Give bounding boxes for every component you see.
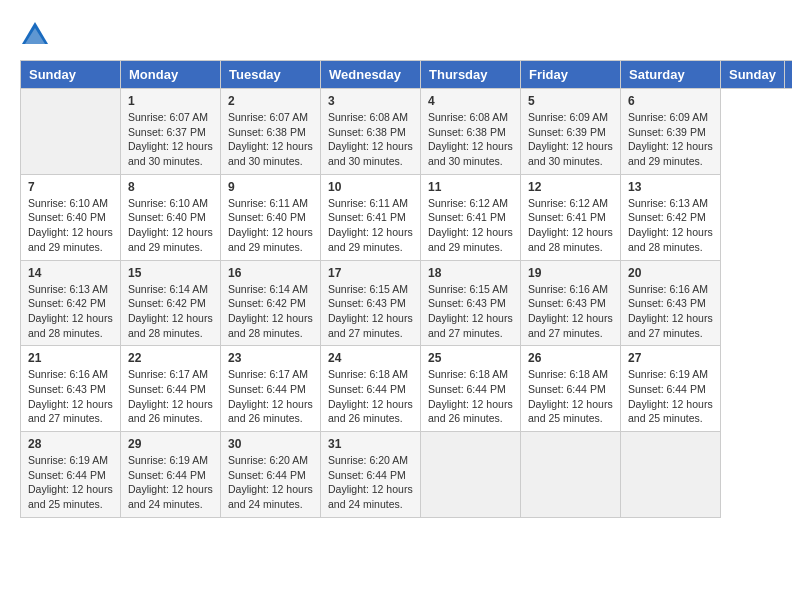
calendar-week-row: 1Sunrise: 6:07 AM Sunset: 6:37 PM Daylig… [21, 89, 793, 175]
day-info: Sunrise: 6:07 AM Sunset: 6:37 PM Dayligh… [128, 110, 213, 169]
day-header-thursday: Thursday [421, 61, 521, 89]
day-number: 4 [428, 94, 513, 108]
day-header-sunday: Sunday [21, 61, 121, 89]
day-info: Sunrise: 6:15 AM Sunset: 6:43 PM Dayligh… [428, 282, 513, 341]
calendar-week-row: 7Sunrise: 6:10 AM Sunset: 6:40 PM Daylig… [21, 174, 793, 260]
day-number: 21 [28, 351, 113, 365]
day-number: 23 [228, 351, 313, 365]
day-info: Sunrise: 6:20 AM Sunset: 6:44 PM Dayligh… [228, 453, 313, 512]
calendar-cell: 25Sunrise: 6:18 AM Sunset: 6:44 PM Dayli… [421, 346, 521, 432]
logo-icon [20, 20, 50, 50]
day-info: Sunrise: 6:11 AM Sunset: 6:41 PM Dayligh… [328, 196, 413, 255]
day-number: 10 [328, 180, 413, 194]
day-number: 17 [328, 266, 413, 280]
calendar-table: SundayMondayTuesdayWednesdayThursdayFrid… [20, 60, 792, 518]
day-header-monday: Monday [784, 61, 792, 89]
day-number: 13 [628, 180, 713, 194]
calendar-cell: 4Sunrise: 6:08 AM Sunset: 6:38 PM Daylig… [421, 89, 521, 175]
day-info: Sunrise: 6:13 AM Sunset: 6:42 PM Dayligh… [28, 282, 113, 341]
calendar-cell [521, 432, 621, 518]
day-number: 3 [328, 94, 413, 108]
day-number: 16 [228, 266, 313, 280]
day-number: 8 [128, 180, 213, 194]
day-number: 6 [628, 94, 713, 108]
day-info: Sunrise: 6:14 AM Sunset: 6:42 PM Dayligh… [228, 282, 313, 341]
calendar-cell: 23Sunrise: 6:17 AM Sunset: 6:44 PM Dayli… [221, 346, 321, 432]
day-info: Sunrise: 6:19 AM Sunset: 6:44 PM Dayligh… [128, 453, 213, 512]
day-header-wednesday: Wednesday [321, 61, 421, 89]
day-info: Sunrise: 6:16 AM Sunset: 6:43 PM Dayligh… [628, 282, 713, 341]
day-number: 18 [428, 266, 513, 280]
day-number: 19 [528, 266, 613, 280]
day-info: Sunrise: 6:18 AM Sunset: 6:44 PM Dayligh… [328, 367, 413, 426]
calendar-week-row: 21Sunrise: 6:16 AM Sunset: 6:43 PM Dayli… [21, 346, 793, 432]
day-info: Sunrise: 6:15 AM Sunset: 6:43 PM Dayligh… [328, 282, 413, 341]
day-header-sunday: Sunday [721, 61, 785, 89]
day-number: 9 [228, 180, 313, 194]
day-info: Sunrise: 6:08 AM Sunset: 6:38 PM Dayligh… [328, 110, 413, 169]
calendar-cell: 27Sunrise: 6:19 AM Sunset: 6:44 PM Dayli… [621, 346, 721, 432]
day-number: 29 [128, 437, 213, 451]
day-number: 22 [128, 351, 213, 365]
calendar-cell: 12Sunrise: 6:12 AM Sunset: 6:41 PM Dayli… [521, 174, 621, 260]
day-number: 28 [28, 437, 113, 451]
calendar-cell: 21Sunrise: 6:16 AM Sunset: 6:43 PM Dayli… [21, 346, 121, 432]
calendar-cell: 22Sunrise: 6:17 AM Sunset: 6:44 PM Dayli… [121, 346, 221, 432]
day-info: Sunrise: 6:13 AM Sunset: 6:42 PM Dayligh… [628, 196, 713, 255]
calendar-cell: 10Sunrise: 6:11 AM Sunset: 6:41 PM Dayli… [321, 174, 421, 260]
day-info: Sunrise: 6:08 AM Sunset: 6:38 PM Dayligh… [428, 110, 513, 169]
day-info: Sunrise: 6:16 AM Sunset: 6:43 PM Dayligh… [28, 367, 113, 426]
day-info: Sunrise: 6:20 AM Sunset: 6:44 PM Dayligh… [328, 453, 413, 512]
day-number: 20 [628, 266, 713, 280]
day-info: Sunrise: 6:11 AM Sunset: 6:40 PM Dayligh… [228, 196, 313, 255]
calendar-header-row: SundayMondayTuesdayWednesdayThursdayFrid… [21, 61, 793, 89]
day-number: 14 [28, 266, 113, 280]
logo [20, 20, 54, 50]
calendar-cell: 13Sunrise: 6:13 AM Sunset: 6:42 PM Dayli… [621, 174, 721, 260]
calendar-week-row: 14Sunrise: 6:13 AM Sunset: 6:42 PM Dayli… [21, 260, 793, 346]
day-number: 1 [128, 94, 213, 108]
day-number: 2 [228, 94, 313, 108]
calendar-cell [621, 432, 721, 518]
day-header-saturday: Saturday [621, 61, 721, 89]
calendar-cell: 24Sunrise: 6:18 AM Sunset: 6:44 PM Dayli… [321, 346, 421, 432]
calendar-cell: 3Sunrise: 6:08 AM Sunset: 6:38 PM Daylig… [321, 89, 421, 175]
day-info: Sunrise: 6:09 AM Sunset: 6:39 PM Dayligh… [628, 110, 713, 169]
calendar-cell [21, 89, 121, 175]
day-header-friday: Friday [521, 61, 621, 89]
calendar-cell: 6Sunrise: 6:09 AM Sunset: 6:39 PM Daylig… [621, 89, 721, 175]
calendar-cell: 14Sunrise: 6:13 AM Sunset: 6:42 PM Dayli… [21, 260, 121, 346]
day-number: 15 [128, 266, 213, 280]
day-info: Sunrise: 6:10 AM Sunset: 6:40 PM Dayligh… [28, 196, 113, 255]
day-info: Sunrise: 6:07 AM Sunset: 6:38 PM Dayligh… [228, 110, 313, 169]
calendar-cell [421, 432, 521, 518]
day-number: 30 [228, 437, 313, 451]
day-number: 12 [528, 180, 613, 194]
day-number: 7 [28, 180, 113, 194]
calendar-cell: 9Sunrise: 6:11 AM Sunset: 6:40 PM Daylig… [221, 174, 321, 260]
day-info: Sunrise: 6:17 AM Sunset: 6:44 PM Dayligh… [128, 367, 213, 426]
calendar-cell: 8Sunrise: 6:10 AM Sunset: 6:40 PM Daylig… [121, 174, 221, 260]
day-info: Sunrise: 6:10 AM Sunset: 6:40 PM Dayligh… [128, 196, 213, 255]
calendar-cell: 2Sunrise: 6:07 AM Sunset: 6:38 PM Daylig… [221, 89, 321, 175]
day-info: Sunrise: 6:19 AM Sunset: 6:44 PM Dayligh… [628, 367, 713, 426]
day-info: Sunrise: 6:16 AM Sunset: 6:43 PM Dayligh… [528, 282, 613, 341]
calendar-cell: 29Sunrise: 6:19 AM Sunset: 6:44 PM Dayli… [121, 432, 221, 518]
day-number: 24 [328, 351, 413, 365]
page-header [20, 20, 772, 50]
calendar-cell: 1Sunrise: 6:07 AM Sunset: 6:37 PM Daylig… [121, 89, 221, 175]
calendar-cell: 18Sunrise: 6:15 AM Sunset: 6:43 PM Dayli… [421, 260, 521, 346]
calendar-cell: 16Sunrise: 6:14 AM Sunset: 6:42 PM Dayli… [221, 260, 321, 346]
day-info: Sunrise: 6:12 AM Sunset: 6:41 PM Dayligh… [528, 196, 613, 255]
calendar-cell: 7Sunrise: 6:10 AM Sunset: 6:40 PM Daylig… [21, 174, 121, 260]
day-number: 31 [328, 437, 413, 451]
day-number: 26 [528, 351, 613, 365]
calendar-cell: 20Sunrise: 6:16 AM Sunset: 6:43 PM Dayli… [621, 260, 721, 346]
day-number: 25 [428, 351, 513, 365]
day-info: Sunrise: 6:18 AM Sunset: 6:44 PM Dayligh… [528, 367, 613, 426]
day-number: 5 [528, 94, 613, 108]
calendar-cell: 5Sunrise: 6:09 AM Sunset: 6:39 PM Daylig… [521, 89, 621, 175]
calendar-cell: 11Sunrise: 6:12 AM Sunset: 6:41 PM Dayli… [421, 174, 521, 260]
day-info: Sunrise: 6:17 AM Sunset: 6:44 PM Dayligh… [228, 367, 313, 426]
calendar-cell: 31Sunrise: 6:20 AM Sunset: 6:44 PM Dayli… [321, 432, 421, 518]
